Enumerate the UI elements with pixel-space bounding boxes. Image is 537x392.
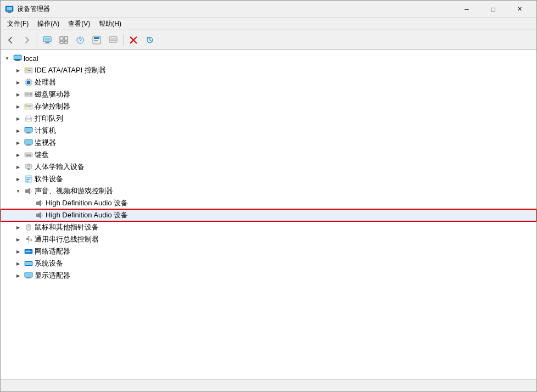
svg-rect-16 [94,40,98,41]
tree-label-ide: IDE ATA/ATAPI 控制器 [35,65,106,75]
close-button[interactable]: ✕ [507,2,532,17]
menu-action[interactable]: 操作(A) [33,18,64,30]
tree-item-mouse[interactable]: ▶ 鼠标和其他指针设备 [1,221,536,233]
expand-icon-hid[interactable]: ▶ [14,163,23,171]
svg-rect-11 [64,41,68,43]
tree-item-computer[interactable]: ▶ 计算机 [1,125,536,137]
svg-rect-58 [25,140,32,144]
tree-item-cpu[interactable]: ▶ 处理器 [1,76,536,88]
svg-rect-63 [27,154,28,155]
svg-rect-10 [60,41,63,43]
tree-item-audio1[interactable]: High Definition Audio 设备 [1,197,536,209]
svg-text:?: ? [79,37,82,43]
svg-rect-79 [27,225,30,227]
expand-icon-computer[interactable]: ▶ [14,126,23,135]
svg-rect-17 [94,42,97,42]
expand-icon-software[interactable]: ▶ [14,175,23,183]
tree-item-print[interactable]: ▶ 打印队列 [1,113,536,125]
svg-rect-6 [46,42,49,43]
svg-rect-83 [26,238,29,240]
tree-item-keyboard[interactable]: ▶ 键盘 [1,149,536,161]
svg-rect-27 [15,60,20,61]
expand-icon-network[interactable]: ▶ [14,247,23,256]
show-list-button[interactable] [105,32,121,48]
svg-rect-75 [36,201,38,205]
device-manager-window: 设备管理器 ─ □ ✕ 文件(F) 操作(A) 查看(V) 帮助(H) [0,0,537,392]
expand-icon-print[interactable]: ▶ [14,114,23,123]
svg-rect-46 [25,105,27,107]
expand-icon-display[interactable]: ▶ [14,271,23,280]
content-area: ▼ local ▶ [1,50,536,379]
expand-icon-mouse[interactable]: ▶ [14,223,23,232]
monitor-icon [24,138,33,147]
expand-icon-audio1 [25,199,33,208]
help-button[interactable]: ? [72,32,88,48]
tree-item-audio[interactable]: ▼ 声音、视频和游戏控制器 [1,185,536,197]
mouse-icon [24,223,33,232]
properties-button[interactable] [89,32,104,48]
menu-help[interactable]: 帮助(H) [94,18,126,30]
tree-item-network[interactable]: ▶ 网络适配器 [1,245,536,257]
svg-rect-94 [27,277,30,278]
title-bar: 设备管理器 ─ □ ✕ [1,1,536,18]
tree-item-ide[interactable]: ▶ IDE ATA/ATAPI 控制器 [1,64,536,76]
tree-label-computer: 计算机 [35,126,56,136]
expand-icon-monitor[interactable]: ▶ [14,138,23,147]
tree-label-system: 系统设备 [35,259,63,268]
svg-rect-51 [26,120,31,121]
svg-rect-62 [25,154,26,155]
forward-button[interactable] [19,32,35,48]
tree-item-audio2[interactable]: High Definition Audio 设备 [1,209,536,221]
expand-icon-cpu[interactable]: ▶ [14,78,23,87]
svg-rect-2 [8,12,11,13]
show-hidden-button[interactable] [56,32,71,48]
expand-icon-keyboard[interactable]: ▶ [14,150,23,159]
svg-rect-93 [25,273,32,277]
svg-rect-76 [36,214,38,217]
menu-view[interactable]: 查看(V) [64,18,94,30]
tree-label-storage: 存储控制器 [35,102,70,111]
expand-icon-storage[interactable]: ▶ [14,102,23,111]
show-computer-button[interactable] [40,32,55,48]
update-button[interactable] [142,32,158,48]
svg-rect-25 [14,55,21,59]
expand-icon-disk[interactable]: ▶ [14,90,23,99]
svg-rect-54 [25,128,32,132]
menu-file[interactable]: 文件(F) [3,18,33,30]
svg-rect-61 [25,153,32,157]
window-controls: ─ □ ✕ [454,2,532,17]
tree-item-system[interactable]: ▶ 系统设备 [1,257,536,270]
minimize-button[interactable]: ─ [454,2,479,17]
svg-rect-68 [27,164,30,166]
svg-rect-31 [28,70,31,71]
expand-icon-audio[interactable]: ▼ [14,187,23,195]
svg-rect-91 [25,262,32,265]
tree-item-monitor[interactable]: ▶ 监视器 [1,137,536,149]
expand-icon-root[interactable]: ▼ [3,54,12,63]
svg-rect-33 [27,81,30,84]
svg-rect-65 [30,154,31,155]
tree-label-hid: 人体学输入设备 [35,162,85,172]
tree-item-root[interactable]: ▼ local [1,52,536,64]
tree-item-disk[interactable]: ▶ 磁盘驱动器 [1,88,536,100]
maximize-button[interactable]: □ [480,2,506,17]
ide-icon [24,66,33,75]
device-tree[interactable]: ▼ local ▶ [1,50,536,379]
svg-rect-52 [30,119,31,119]
network-icon [24,247,33,256]
tree-item-storage[interactable]: ▶ 存储控制器 [1,100,536,113]
tree-label-audio1: High Definition Audio 设备 [46,198,128,208]
expand-icon-serial[interactable]: ▶ [14,235,23,244]
back-button[interactable] [3,32,18,48]
usb-icon [24,235,33,244]
expand-icon-ide[interactable]: ▶ [14,66,23,75]
tree-item-display[interactable]: ▶ 显示适配器 [1,270,536,282]
svg-rect-26 [16,60,19,60]
tree-item-serial[interactable]: ▶ 通用串行总线控制器 [1,233,536,245]
expand-icon-system[interactable]: ▶ [14,259,23,268]
tree-item-software[interactable]: ▶ 软件设备 [1,173,536,185]
printer-icon [24,114,33,123]
tree-label-cpu: 处理器 [35,77,56,87]
tree-item-hid[interactable]: ▶ 人体学输入设备 [1,161,536,173]
delete-button[interactable] [126,32,141,48]
